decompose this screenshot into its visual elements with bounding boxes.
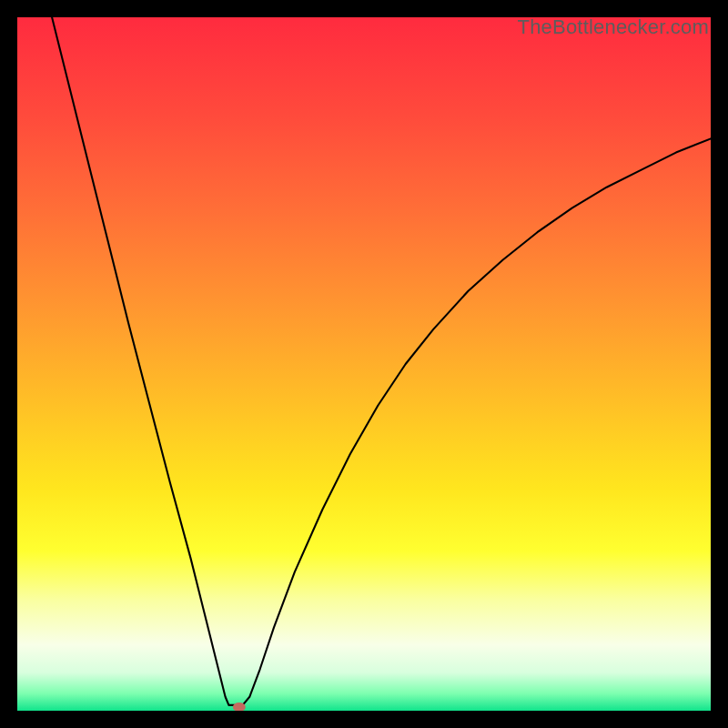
watermark-text: TheBottlenecker.com: [518, 15, 709, 39]
bottleneck-chart: [17, 17, 711, 711]
chart-frame: TheBottlenecker.com: [17, 17, 711, 711]
chart-background: [17, 17, 711, 711]
